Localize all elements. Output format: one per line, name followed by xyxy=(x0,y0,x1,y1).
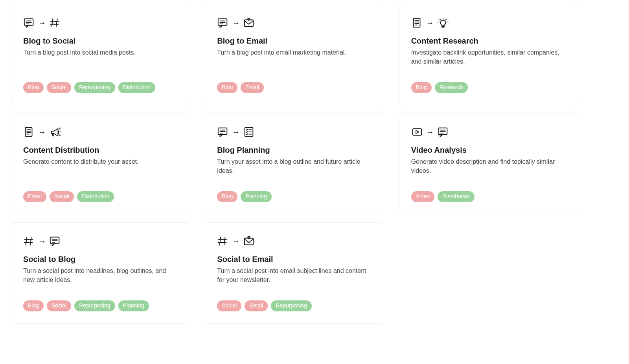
card-description: Turn a social post into email subject li… xyxy=(217,266,371,284)
megaphone-icon xyxy=(49,126,61,138)
card-description: Generate content to distribute your asse… xyxy=(23,157,177,166)
card-tags: SocialEmailRepurposing xyxy=(217,294,371,311)
tag-blog[interactable]: Blog xyxy=(217,191,237,202)
tag-social[interactable]: Social xyxy=(47,82,71,93)
tag-repurposing[interactable]: Repurposing xyxy=(271,300,311,311)
card-description: Investigate backlink opportunities, simi… xyxy=(411,48,565,66)
card-content-research[interactable]: →Content ResearchInvestigate backlink op… xyxy=(399,4,577,105)
card-social-to-email[interactable]: →Social to EmailTurn a social post into … xyxy=(205,222,383,324)
card-title: Blog Planning xyxy=(217,146,371,155)
card-title: Social to Blog xyxy=(23,255,177,264)
card-grid: →Blog to SocialTurn a blog post into soc… xyxy=(11,4,577,324)
card-social-to-blog[interactable]: →Social to BlogTurn a social post into h… xyxy=(11,222,189,324)
card-tags: VideoDistribution xyxy=(411,185,565,202)
checklist-icon xyxy=(243,126,255,138)
tag-email[interactable]: Email xyxy=(245,300,268,311)
tag-blog[interactable]: Blog xyxy=(23,82,44,93)
arrow-icon: → xyxy=(232,128,240,136)
tag-repurposing[interactable]: Repurposing xyxy=(74,300,115,311)
card-description: Turn a blog post into social media posts… xyxy=(23,48,177,57)
card-title: Video Analysis xyxy=(411,146,565,155)
card-tags: BlogSocialRepurposingPlanning xyxy=(23,294,177,311)
card-tags: BlogPlanning xyxy=(217,185,371,202)
card-title: Content Research xyxy=(411,37,565,46)
doc-icon xyxy=(23,126,35,138)
tag-distribution[interactable]: Distribution xyxy=(118,82,155,93)
card-icon-row: → xyxy=(217,16,371,29)
tag-video[interactable]: Video xyxy=(411,191,435,202)
card-icon-row: → xyxy=(411,16,565,29)
hash-icon xyxy=(49,17,61,29)
card-icon-row: → xyxy=(217,125,371,139)
card-title: Blog to Email xyxy=(217,37,371,46)
bulb-icon xyxy=(437,17,449,29)
tag-social[interactable]: Social xyxy=(217,300,241,311)
mail-icon xyxy=(243,235,255,247)
card-tags: BlogSocialRepurposingDistribution xyxy=(23,76,177,93)
hash-icon xyxy=(23,235,35,247)
mail-icon xyxy=(243,17,255,29)
chat-icon xyxy=(437,126,449,138)
tag-social[interactable]: Social xyxy=(47,300,71,311)
card-icon-row: → xyxy=(217,234,371,248)
arrow-icon: → xyxy=(426,19,434,27)
tag-research[interactable]: Research xyxy=(435,82,468,93)
arrow-icon: → xyxy=(38,19,46,27)
arrow-icon: → xyxy=(426,128,434,136)
tag-blog[interactable]: Blog xyxy=(217,82,237,93)
tag-planning[interactable]: Planning xyxy=(118,300,149,311)
chat-icon xyxy=(23,17,35,29)
card-title: Content Distribution xyxy=(23,146,177,155)
card-blog-to-email[interactable]: →Blog to EmailTurn a blog post into emai… xyxy=(205,4,383,105)
play-icon xyxy=(411,126,423,138)
card-description: Turn your asset into a blog outline and … xyxy=(217,157,371,175)
tag-social[interactable]: Social xyxy=(50,191,74,202)
chat-icon xyxy=(217,17,229,29)
card-video-analysis[interactable]: →Video AnalysisGenerate video descriptio… xyxy=(399,113,577,214)
tag-blog[interactable]: Blog xyxy=(23,300,44,311)
card-description: Turn a blog post into email marketing ma… xyxy=(217,48,371,57)
card-icon-row: → xyxy=(23,16,177,29)
card-blog-planning[interactable]: →Blog PlanningTurn your asset into a blo… xyxy=(205,113,383,214)
arrow-icon: → xyxy=(38,237,46,245)
card-description: Turn a social post into headlines, blog … xyxy=(23,266,177,284)
card-title: Social to Email xyxy=(217,255,371,264)
tag-blog[interactable]: Blog xyxy=(411,82,432,93)
tag-repurposing[interactable]: Repurposing xyxy=(74,82,115,93)
card-content-distribution[interactable]: →Content DistributionGenerate content to… xyxy=(11,113,189,214)
card-icon-row: → xyxy=(23,234,177,248)
card-description: Generate video description and find topi… xyxy=(411,157,565,175)
card-tags: BlogResearch xyxy=(411,76,565,93)
arrow-icon: → xyxy=(38,128,46,136)
tag-distribution[interactable]: Distribution xyxy=(77,191,114,202)
card-title: Blog to Social xyxy=(23,37,177,46)
tag-email[interactable]: Email xyxy=(23,191,46,202)
tag-email[interactable]: Email xyxy=(241,82,264,93)
tag-planning[interactable]: Planning xyxy=(241,191,272,202)
card-blog-to-social[interactable]: →Blog to SocialTurn a blog post into soc… xyxy=(11,4,189,105)
card-icon-row: → xyxy=(23,125,177,139)
hash-icon xyxy=(217,235,229,247)
card-tags: BlogEmail xyxy=(217,76,371,93)
card-icon-row: → xyxy=(411,125,565,139)
chat-icon xyxy=(217,126,229,138)
arrow-icon: → xyxy=(232,19,240,27)
chat-icon xyxy=(49,235,61,247)
tag-distribution[interactable]: Distribution xyxy=(438,191,475,202)
doc-icon xyxy=(411,17,423,29)
card-tags: EmailSocialDistribution xyxy=(23,185,177,202)
arrow-icon: → xyxy=(232,237,240,245)
